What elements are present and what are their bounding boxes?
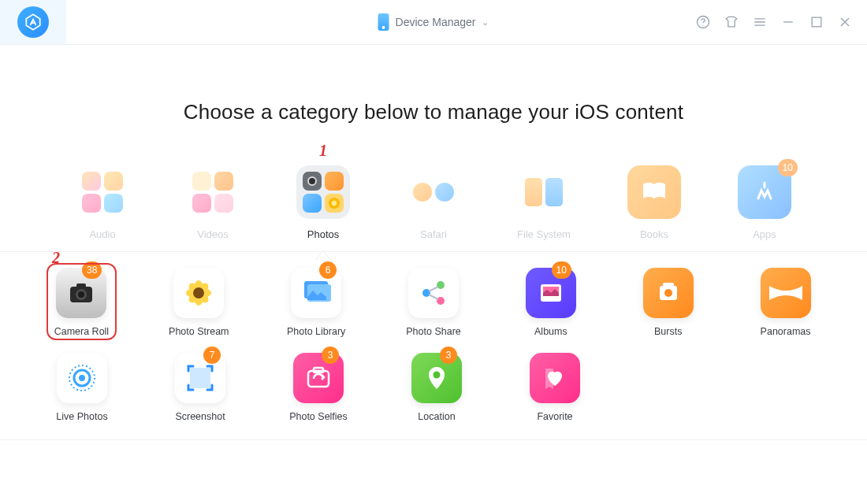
panoramas-icon xyxy=(761,268,811,318)
photo-selfies-icon: 3 xyxy=(293,353,344,403)
svg-rect-26 xyxy=(190,368,210,388)
sub-screenshot[interactable]: 7 Screenshot xyxy=(166,353,235,422)
sub-label: Photo Share xyxy=(406,326,461,337)
category-photos[interactable]: 1 Photos xyxy=(292,165,355,240)
sub-label: Camera Roll xyxy=(54,326,109,337)
sub-photo-share[interactable]: Photo Share xyxy=(400,268,468,337)
albums-badge: 10 xyxy=(552,261,571,279)
svg-point-6 xyxy=(78,291,84,298)
chevron-down-icon: ⌄ xyxy=(482,17,489,28)
category-label: Videos xyxy=(197,228,229,240)
sub-category-panel: 2 38 Camera Roll Photo Stream xyxy=(0,251,867,440)
maximize-icon[interactable] xyxy=(809,14,824,30)
selected-pointer-icon xyxy=(315,251,331,261)
sub-location[interactable]: 3 Location xyxy=(402,353,471,422)
apps-badge: 10 xyxy=(778,159,798,176)
category-label: Books xyxy=(640,228,668,240)
skin-icon[interactable] xyxy=(724,14,739,30)
menu-icon[interactable] xyxy=(752,14,768,30)
sub-label: Favorite xyxy=(537,411,572,422)
sub-label: Panoramas xyxy=(761,326,811,337)
sub-label: Bursts xyxy=(654,326,682,337)
app-logo-icon[interactable] xyxy=(17,6,49,38)
category-books[interactable]: Books xyxy=(623,165,686,240)
svg-point-17 xyxy=(437,297,445,305)
photo-share-icon xyxy=(408,268,459,318)
sub-favorite[interactable]: Favorite xyxy=(520,353,590,422)
sub-photo-selfies[interactable]: 3 Photo Selfies xyxy=(284,353,353,422)
photo-selfies-badge: 3 xyxy=(322,346,339,364)
location-icon: 3 xyxy=(411,353,462,403)
svg-point-22 xyxy=(664,289,672,297)
photo-library-icon: 6 xyxy=(291,268,341,318)
main-content: Choose a category below to manage your i… xyxy=(0,45,867,504)
sub-label: Albums xyxy=(534,326,567,337)
sub-label: Photo Selfies xyxy=(289,411,348,422)
sub-photo-stream[interactable]: Photo Stream xyxy=(165,268,233,337)
audio-icon xyxy=(76,165,129,219)
sub-label: Live Photos xyxy=(56,411,107,422)
device-manager-dropdown[interactable]: Device Manager ⌄ xyxy=(378,13,489,31)
phone-icon xyxy=(378,13,389,31)
help-icon[interactable] xyxy=(695,14,711,30)
sub-row-1: 2 38 Camera Roll Photo Stream xyxy=(47,268,820,337)
svg-point-25 xyxy=(79,375,85,381)
category-label: File System xyxy=(517,228,571,240)
app-window: Device Manager ⌄ Choose a category below… xyxy=(0,0,867,504)
category-label: Photos xyxy=(307,228,339,240)
category-safari[interactable]: Safari xyxy=(402,165,465,240)
category-label: Audio xyxy=(89,228,115,240)
window-controls xyxy=(695,14,853,30)
sub-label: Photo Library xyxy=(287,326,345,337)
books-icon xyxy=(627,165,681,219)
category-audio[interactable]: Audio xyxy=(71,165,134,240)
sub-camera-roll[interactable]: 2 38 Camera Roll xyxy=(47,268,116,337)
location-badge: 3 xyxy=(440,346,457,364)
favorite-icon xyxy=(530,353,580,403)
svg-point-29 xyxy=(434,372,441,379)
sub-bursts[interactable]: Bursts xyxy=(634,268,702,337)
filesystem-icon xyxy=(517,165,571,219)
bursts-icon xyxy=(643,268,694,318)
device-manager-label: Device Manager xyxy=(396,16,476,28)
sub-label: Photo Stream xyxy=(169,326,229,337)
svg-point-15 xyxy=(422,289,430,297)
albums-icon: 10 xyxy=(526,268,576,318)
camera-roll-icon: 38 xyxy=(56,268,106,318)
page-heading: Choose a category below to manage your i… xyxy=(184,100,683,124)
category-row: Audio Videos 1 xyxy=(71,165,796,240)
sub-photo-library[interactable]: 6 Photo Library xyxy=(282,268,351,337)
photos-icon xyxy=(296,165,350,219)
screenshot-icon: 7 xyxy=(175,353,225,403)
screenshot-badge: 7 xyxy=(203,346,221,364)
svg-point-12 xyxy=(193,287,204,298)
category-label: Apps xyxy=(753,228,776,240)
sub-live-photos[interactable]: Live Photos xyxy=(47,353,117,422)
annotation-1: 1 xyxy=(319,142,327,160)
category-filesystem[interactable]: File System xyxy=(512,165,575,240)
title-bar: Device Manager ⌄ xyxy=(0,0,867,44)
sub-label: Location xyxy=(418,411,455,422)
live-photos-icon xyxy=(57,353,107,403)
safari-icon xyxy=(407,165,460,219)
sub-panoramas[interactable]: Panoramas xyxy=(751,268,820,337)
annotation-2: 2 xyxy=(52,249,60,267)
svg-point-16 xyxy=(437,281,445,289)
minimize-icon[interactable] xyxy=(780,14,796,30)
videos-icon xyxy=(186,165,240,219)
category-videos[interactable]: Videos xyxy=(181,165,244,240)
photo-library-badge: 6 xyxy=(319,261,337,279)
svg-point-1 xyxy=(703,25,704,26)
apps-icon: 10 xyxy=(738,165,791,219)
sub-label: Screenshot xyxy=(175,411,225,422)
close-icon[interactable] xyxy=(837,14,853,30)
svg-rect-4 xyxy=(76,284,86,288)
category-label: Safari xyxy=(420,228,447,240)
sub-albums[interactable]: 10 Albums xyxy=(516,268,585,337)
category-apps[interactable]: 10 Apps xyxy=(733,165,796,240)
svg-rect-2 xyxy=(812,17,821,27)
sub-row-2: Live Photos 7 Screenshot 3 Photo Selfies xyxy=(47,353,820,422)
app-logo-area xyxy=(0,0,66,44)
photo-stream-icon xyxy=(173,268,224,318)
svg-rect-21 xyxy=(663,283,674,287)
